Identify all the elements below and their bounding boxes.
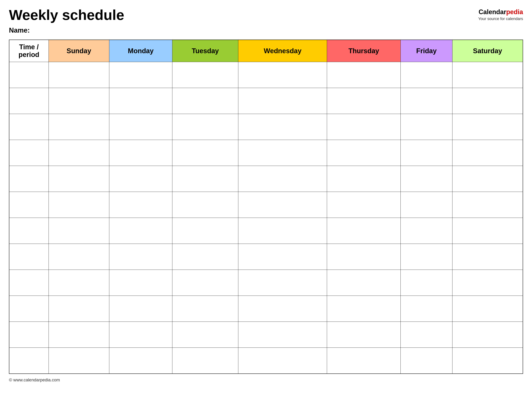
- schedule-cell[interactable]: [452, 192, 523, 218]
- schedule-cell[interactable]: [452, 218, 523, 244]
- schedule-cell[interactable]: [452, 348, 523, 374]
- schedule-cell[interactable]: [238, 348, 327, 374]
- schedule-cell[interactable]: [109, 62, 172, 88]
- schedule-cell[interactable]: [48, 140, 109, 166]
- time-cell[interactable]: [9, 322, 48, 348]
- schedule-cell[interactable]: [48, 62, 109, 88]
- schedule-cell[interactable]: [400, 296, 452, 322]
- schedule-cell[interactable]: [327, 296, 401, 322]
- schedule-cell[interactable]: [238, 140, 327, 166]
- schedule-cell[interactable]: [109, 322, 172, 348]
- logo-brand-part2: pedia: [506, 8, 523, 16]
- schedule-cell[interactable]: [109, 270, 172, 296]
- schedule-cell[interactable]: [452, 62, 523, 88]
- schedule-cell[interactable]: [172, 62, 238, 88]
- schedule-cell[interactable]: [400, 348, 452, 374]
- time-cell[interactable]: [9, 114, 48, 140]
- time-cell[interactable]: [9, 348, 48, 374]
- schedule-cell[interactable]: [452, 270, 523, 296]
- time-cell[interactable]: [9, 244, 48, 270]
- schedule-cell[interactable]: [327, 192, 401, 218]
- time-cell[interactable]: [9, 270, 48, 296]
- schedule-cell[interactable]: [172, 348, 238, 374]
- schedule-cell[interactable]: [109, 348, 172, 374]
- schedule-cell[interactable]: [48, 114, 109, 140]
- schedule-cell[interactable]: [400, 244, 452, 270]
- time-cell[interactable]: [9, 166, 48, 192]
- schedule-cell[interactable]: [238, 244, 327, 270]
- schedule-cell[interactable]: [400, 166, 452, 192]
- schedule-cell[interactable]: [48, 270, 109, 296]
- schedule-cell[interactable]: [109, 88, 172, 114]
- schedule-cell[interactable]: [400, 322, 452, 348]
- time-cell[interactable]: [9, 62, 48, 88]
- schedule-cell[interactable]: [238, 322, 327, 348]
- schedule-cell[interactable]: [452, 166, 523, 192]
- schedule-cell[interactable]: [238, 270, 327, 296]
- time-cell[interactable]: [9, 218, 48, 244]
- schedule-cell[interactable]: [238, 218, 327, 244]
- schedule-cell[interactable]: [48, 88, 109, 114]
- schedule-cell[interactable]: [238, 296, 327, 322]
- schedule-cell[interactable]: [327, 88, 401, 114]
- schedule-cell[interactable]: [48, 218, 109, 244]
- schedule-cell[interactable]: [109, 296, 172, 322]
- schedule-cell[interactable]: [48, 192, 109, 218]
- schedule-cell[interactable]: [452, 296, 523, 322]
- schedule-cell[interactable]: [172, 88, 238, 114]
- schedule-cell[interactable]: [452, 322, 523, 348]
- schedule-cell[interactable]: [172, 192, 238, 218]
- schedule-cell[interactable]: [109, 244, 172, 270]
- schedule-cell[interactable]: [172, 166, 238, 192]
- schedule-cell[interactable]: [172, 296, 238, 322]
- schedule-cell[interactable]: [327, 62, 401, 88]
- schedule-cell[interactable]: [452, 244, 523, 270]
- schedule-cell[interactable]: [48, 244, 109, 270]
- schedule-cell[interactable]: [400, 270, 452, 296]
- schedule-cell[interactable]: [48, 348, 109, 374]
- schedule-cell[interactable]: [400, 88, 452, 114]
- schedule-cell[interactable]: [238, 88, 327, 114]
- schedule-cell[interactable]: [400, 218, 452, 244]
- time-cell[interactable]: [9, 192, 48, 218]
- schedule-cell[interactable]: [327, 218, 401, 244]
- schedule-cell[interactable]: [109, 166, 172, 192]
- schedule-cell[interactable]: [400, 114, 452, 140]
- schedule-cell[interactable]: [400, 62, 452, 88]
- schedule-cell[interactable]: [109, 218, 172, 244]
- schedule-cell[interactable]: [452, 114, 523, 140]
- schedule-cell[interactable]: [327, 140, 401, 166]
- time-cell[interactable]: [9, 140, 48, 166]
- schedule-cell[interactable]: [172, 244, 238, 270]
- schedule-cell[interactable]: [327, 114, 401, 140]
- schedule-cell[interactable]: [109, 114, 172, 140]
- schedule-cell[interactable]: [172, 218, 238, 244]
- schedule-cell[interactable]: [238, 62, 327, 88]
- schedule-cell[interactable]: [48, 166, 109, 192]
- table-row: [9, 322, 523, 348]
- schedule-cell[interactable]: [109, 192, 172, 218]
- schedule-cell[interactable]: [238, 166, 327, 192]
- schedule-cell[interactable]: [238, 114, 327, 140]
- schedule-cell[interactable]: [109, 140, 172, 166]
- schedule-cell[interactable]: [172, 322, 238, 348]
- schedule-cell[interactable]: [400, 140, 452, 166]
- schedule-cell[interactable]: [48, 322, 109, 348]
- schedule-cell[interactable]: [452, 140, 523, 166]
- schedule-cell[interactable]: [172, 114, 238, 140]
- schedule-cell[interactable]: [327, 348, 401, 374]
- schedule-cell[interactable]: [172, 270, 238, 296]
- time-cell[interactable]: [9, 88, 48, 114]
- schedule-cell[interactable]: [327, 244, 401, 270]
- time-cell[interactable]: [9, 296, 48, 322]
- schedule-cell[interactable]: [400, 192, 452, 218]
- schedule-cell[interactable]: [327, 270, 401, 296]
- schedule-cell[interactable]: [452, 88, 523, 114]
- schedule-cell[interactable]: [327, 322, 401, 348]
- schedule-cell[interactable]: [238, 192, 327, 218]
- col-header-wednesday: Wednesday: [238, 40, 327, 62]
- schedule-cell[interactable]: [48, 296, 109, 322]
- table-row: [9, 88, 523, 114]
- schedule-cell[interactable]: [327, 166, 401, 192]
- schedule-cell[interactable]: [172, 140, 238, 166]
